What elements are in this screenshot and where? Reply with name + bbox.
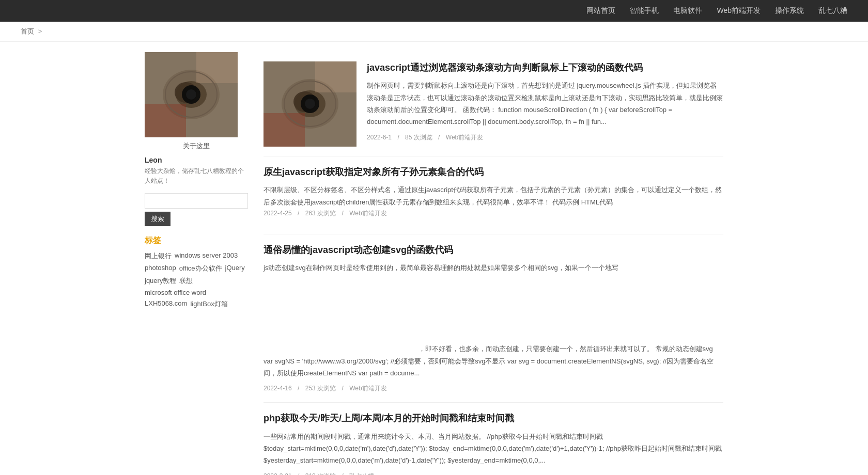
article-views: 85 次浏览 (405, 134, 432, 141)
sidebar-description: 经验大杂烩，储存乱七八糟教程的个人站点！ (145, 166, 248, 186)
sidebar-tag-item[interactable]: 联想 (179, 276, 193, 286)
nav-item-misc[interactable]: 乱七八糟 (818, 6, 847, 15)
article-category: 乱七八糟 (349, 472, 374, 475)
breadcrumb-home[interactable]: 首页 (21, 27, 34, 35)
sidebar-tag-item[interactable]: office办公软件 (179, 264, 222, 273)
article-excerpt: 制作网页时，需要判断鼠标向上滚动还是向下滚动，首先想到的是通过 jquery.m… (367, 80, 723, 128)
article-thumb (264, 61, 357, 147)
sidebar-search: 搜索 (145, 193, 248, 226)
nav-item-home[interactable]: 网站首页 (586, 6, 615, 15)
article-sep1: / (397, 134, 399, 141)
sidebar-tags-title: 标签 (145, 235, 248, 246)
article-sep1: / (298, 385, 299, 392)
article-date: 2022-3-31 (264, 472, 292, 475)
article-title[interactable]: php获取今天/昨天/上周/本周/本月的开始时间戳和结束时间戳 (264, 412, 723, 425)
article-body: 原生javascript获取指定对象所有子孙元素集合的代码 不限制层级、不区分标… (264, 166, 723, 225)
sidebar-tag-item[interactable]: windows server 2003 (175, 251, 238, 261)
svg-rect-6 (196, 52, 238, 83)
breadcrumb: 首页 > (0, 22, 868, 42)
svg-point-19 (305, 99, 315, 109)
content-area: javascript通过浏览器滚动条滚动方向判断鼠标上下滚动的函数代码 制作网页… (264, 52, 723, 475)
article-meta: 2022-6-1 / 85 次浏览 / Web前端开发 (367, 133, 723, 142)
sidebar-tag-item[interactable]: LXH5068.com (145, 299, 187, 309)
article-sep2: / (342, 385, 343, 392)
article-date: 2022-6-1 (367, 134, 392, 141)
nav-item-os[interactable]: 操作系统 (775, 6, 804, 15)
article-excerpt: 一些网站常用的期间段时间戳，通常用来统计今天、本周、当月网站数据。 //php获… (264, 431, 723, 467)
sidebar-tag-item[interactable]: photoshop (145, 264, 176, 273)
article-date: 2022-4-25 (264, 210, 292, 217)
article-item: 原生javascript获取指定对象所有子孙元素集合的代码 不限制层级、不区分标… (264, 156, 723, 234)
article-sep1: / (298, 472, 299, 475)
article-item: javascript通过浏览器滚动条滚动方向判断鼠标上下滚动的函数代码 制作网页… (264, 52, 723, 156)
nav-item-software[interactable]: 电脑软件 (673, 6, 702, 15)
article-views: 263 次浏览 (305, 210, 336, 217)
article-title[interactable]: 原生javascript获取指定对象所有子孙元素集合的代码 (264, 166, 723, 179)
article-sep1: / (298, 210, 299, 217)
svg-rect-15 (264, 113, 305, 147)
article-title[interactable]: 通俗易懂的javascript动态创建svg的函数代码 (264, 244, 723, 257)
article-meta: 2022-4-16 / 253 次浏览 / Web前端开发 (264, 384, 723, 393)
article-category: Web前端开发 (446, 134, 483, 141)
article-meta: 2022-3-31 / 310 次浏览 / 乱七八糟 (264, 472, 723, 475)
article-excerpt: js动态创建svg在制作网页时是经常使用到的，最简单最容易理解的用处就是如果需要… (264, 262, 723, 379)
sidebar-tag-item[interactable]: jquery教程 (145, 276, 176, 286)
article-category: Web前端开发 (349, 210, 386, 217)
article-sep2: / (342, 472, 343, 475)
breadcrumb-sep: > (38, 27, 42, 35)
svg-rect-5 (145, 104, 186, 137)
sidebar-username: Leon (145, 156, 248, 164)
sidebar-tag-item[interactable]: microsoft office word (145, 289, 206, 296)
article-title[interactable]: javascript通过浏览器滚动条滚动方向判断鼠标上下滚动的函数代码 (367, 61, 723, 74)
article-excerpt: 不限制层级、不区分标签名、不区分样式名，通过原生javascript代码获取所有… (264, 184, 723, 219)
article-sep2: / (438, 134, 440, 141)
nav-item-web[interactable]: Web前端开发 (717, 6, 761, 15)
article-body: 通俗易懂的javascript动态创建svg的函数代码 js动态创建svg在制作… (264, 244, 723, 393)
main-container: 关于这里 Leon 经验大杂烩，储存乱七八糟教程的个人站点！ 搜索 标签 网上银… (124, 42, 744, 475)
svg-rect-16 (315, 61, 357, 92)
article-item: 通俗易懂的javascript动态创建svg的函数代码 js动态创建svg在制作… (264, 234, 723, 403)
article-category: Web前端开发 (349, 385, 386, 392)
article-date: 2022-4-16 (264, 385, 292, 392)
sidebar-tag-item[interactable]: lightBox灯箱 (190, 299, 227, 309)
search-button[interactable]: 搜索 (145, 212, 171, 226)
sidebar-avatar (145, 52, 238, 137)
article-views: 253 次浏览 (305, 385, 336, 392)
sidebar-about-label: 关于这里 (145, 141, 248, 151)
top-nav: 网站首页 智能手机 电脑软件 Web前端开发 操作系统 乱七八糟 (0, 0, 868, 22)
sidebar-tag-item[interactable]: jQuery (225, 264, 245, 273)
article-views: 310 次浏览 (305, 472, 336, 475)
nav-item-smartphone[interactable]: 智能手机 (630, 6, 659, 15)
search-input[interactable] (145, 193, 248, 209)
article-body: javascript通过浏览器滚动条滚动方向判断鼠标上下滚动的函数代码 制作网页… (367, 61, 723, 147)
svg-point-9 (186, 89, 196, 100)
article-body: php获取今天/昨天/上周/本周/本月的开始时间戳和结束时间戳 一些网站常用的期… (264, 412, 723, 475)
sidebar-tag-item[interactable]: 网上银行 (145, 251, 172, 261)
sidebar: 关于这里 Leon 经验大杂烩，储存乱七八糟教程的个人站点！ 搜索 标签 网上银… (145, 52, 248, 475)
article-meta: 2022-4-25 / 263 次浏览 / Web前端开发 (264, 208, 723, 219)
article-sep2: / (342, 210, 343, 217)
sidebar-tags: 网上银行windows server 2003photoshopoffice办公… (145, 251, 248, 309)
article-item: php获取今天/昨天/上周/本周/本月的开始时间戳和结束时间戳 一些网站常用的期… (264, 403, 723, 475)
